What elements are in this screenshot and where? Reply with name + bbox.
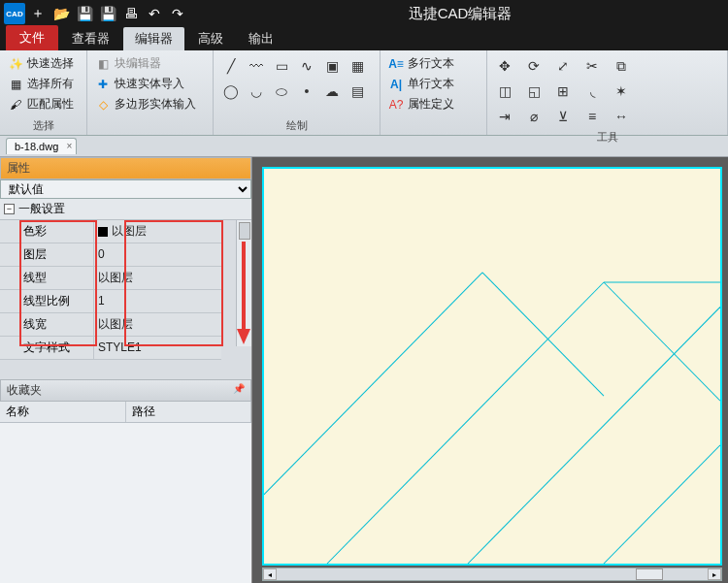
move-tool-icon[interactable]: ✥ <box>493 54 516 78</box>
scale-tool-icon[interactable]: ⤢ <box>551 54 575 78</box>
properties-section-header[interactable]: − 一般设置 <box>0 199 251 220</box>
properties-panel-title: 属性 <box>0 157 251 179</box>
polyline-tool-icon[interactable]: 〰 <box>245 54 268 78</box>
line-tool-icon[interactable]: ╱ <box>219 54 243 78</box>
extend-tool-icon[interactable]: ⇥ <box>493 105 516 128</box>
ribbon: ✨快速选择 ▦选择所有 🖌匹配属性 选择 ◧块编辑器 ✚快速实体导入 ◇多边形实… <box>0 50 728 136</box>
tab-advanced[interactable]: 高级 <box>186 27 235 50</box>
prop-val-lineweight[interactable]: 以图层 <box>93 313 221 337</box>
table-tool-icon[interactable]: ▤ <box>346 80 369 103</box>
scroll-right-icon[interactable]: ▸ <box>708 568 721 580</box>
prop-key-textstyle: 文字样式 <box>0 337 93 360</box>
red-arrow-annotation <box>237 242 250 344</box>
document-tab-label: b-18.dwg <box>15 141 58 152</box>
attr-icon: A? <box>388 97 404 113</box>
favorites-col-name[interactable]: 名称 <box>0 402 126 422</box>
prop-val-layer[interactable]: 0 <box>93 243 221 267</box>
polygon-entity-input-button[interactable]: ◇多边形实体输入 <box>93 95 207 113</box>
block-editor-button: ◧块编辑器 <box>93 54 207 73</box>
undo-icon[interactable]: ↶ <box>144 3 165 24</box>
region-tool-icon[interactable]: ▣ <box>320 54 344 78</box>
collapse-icon[interactable]: − <box>4 204 15 214</box>
attribute-def-button[interactable]: A?属性定义 <box>386 95 480 113</box>
spline-tool-icon[interactable]: ∿ <box>295 54 318 78</box>
prop-val-linetype[interactable]: 以图层 <box>93 267 221 290</box>
point-tool-icon[interactable]: • <box>295 80 318 103</box>
group-label-draw: 绘制 <box>219 116 374 133</box>
new-file-icon[interactable]: ＋ <box>27 3 49 24</box>
close-tab-icon[interactable]: × <box>66 141 72 151</box>
single-line-text-button[interactable]: A|单行文本 <box>386 75 480 93</box>
quick-select-button[interactable]: ✨快速选择 <box>6 54 81 73</box>
properties-panel: 属性 默认值 − 一般设置 色彩以图层 图层0 线型以图层 线型比例1 线宽以图… <box>0 157 252 583</box>
svg-line-1 <box>327 282 604 564</box>
tab-editor[interactable]: 编辑器 <box>123 27 184 50</box>
tab-viewer[interactable]: 查看器 <box>60 27 121 50</box>
canvas-area: ◂ ▸ <box>252 157 728 583</box>
rectangle-tool-icon[interactable]: ▭ <box>270 54 293 78</box>
drawing-canvas[interactable] <box>262 167 722 566</box>
group-label-insert <box>93 119 207 133</box>
hscroll-thumb[interactable] <box>636 568 663 580</box>
circle-tool-icon[interactable]: ◯ <box>219 80 243 103</box>
array-tool-icon[interactable]: ⊞ <box>551 80 575 103</box>
prop-val-ltscale[interactable]: 1 <box>93 290 221 313</box>
tab-file[interactable]: 文件 <box>6 25 58 50</box>
ribbon-group-draw: ╱ 〰 ▭ ∿ ▣ ▦ ◯ ◡ ⬭ • ☁ ▤ 绘制 <box>214 50 381 135</box>
document-tab[interactable]: b-18.dwg × <box>6 138 77 154</box>
scroll-thumb[interactable] <box>239 222 250 240</box>
properties-default-select[interactable]: 默认值 <box>0 179 251 199</box>
main-area: 属性 默认值 − 一般设置 色彩以图层 图层0 线型以图层 线型比例1 线宽以图… <box>0 157 728 583</box>
redo-icon[interactable]: ↷ <box>167 3 188 24</box>
match-properties-button[interactable]: 🖌匹配属性 <box>6 95 81 113</box>
tab-output[interactable]: 输出 <box>237 27 285 50</box>
offset-tool-icon[interactable]: ◱ <box>522 80 546 103</box>
quick-access-toolbar: CAD ＋ 📂 💾 💾 🖶 ↶ ↷ <box>0 1 192 26</box>
break-tool-icon[interactable]: ⌀ <box>522 105 546 128</box>
pin-icon[interactable]: 📌 <box>233 383 245 394</box>
copy-tool-icon[interactable]: ⧉ <box>610 54 633 78</box>
quick-entity-import-button[interactable]: ✚快速实体导入 <box>93 75 207 93</box>
hatch-tool-icon[interactable]: ▦ <box>346 54 369 78</box>
stretch-tool-icon[interactable]: ↔ <box>610 105 633 128</box>
rotate-tool-icon[interactable]: ⟳ <box>522 54 546 78</box>
horizontal-scrollbar[interactable]: ◂ ▸ <box>262 567 722 581</box>
ribbon-group-select: ✨快速选择 ▦选择所有 🖌匹配属性 选择 <box>0 50 87 135</box>
trim-tool-icon[interactable]: ✂ <box>580 54 604 78</box>
save-as-icon[interactable]: 💾 <box>97 3 118 24</box>
explode-tool-icon[interactable]: ✶ <box>610 80 633 103</box>
app-title: 迅捷CAD编辑器 <box>192 5 728 23</box>
favorites-columns: 名称 路径 <box>0 402 251 423</box>
favorites-panel: 收藏夹 📌 名称 路径 <box>0 379 251 583</box>
select-all-button[interactable]: ▦选择所有 <box>6 75 81 93</box>
prop-key-linetype: 线型 <box>0 267 93 290</box>
wand-icon: ✨ <box>8 56 23 72</box>
prop-val-textstyle[interactable]: STYLE1 <box>93 337 221 360</box>
properties-section: − 一般设置 色彩以图层 图层0 线型以图层 线型比例1 线宽以图层 文字样式S… <box>0 199 251 360</box>
print-icon[interactable]: 🖶 <box>120 3 142 24</box>
favorites-col-path[interactable]: 路径 <box>126 402 252 422</box>
cloud-tool-icon[interactable]: ☁ <box>320 80 344 103</box>
open-file-icon[interactable]: 📂 <box>50 3 72 24</box>
scroll-left-icon[interactable]: ◂ <box>263 568 277 580</box>
prop-val-color[interactable]: 以图层 <box>93 220 221 243</box>
import-icon: ✚ <box>95 77 111 92</box>
arc-tool-icon[interactable]: ◡ <box>245 80 268 103</box>
align-tool-icon[interactable]: ≡ <box>580 105 604 128</box>
fillet-tool-icon[interactable]: ◟ <box>580 80 604 103</box>
multiline-text-button[interactable]: A≡多行文本 <box>386 54 480 73</box>
ellipse-tool-icon[interactable]: ⬭ <box>270 80 293 103</box>
mtext-icon: A≡ <box>388 56 404 72</box>
mirror-tool-icon[interactable]: ◫ <box>493 80 516 103</box>
color-swatch <box>98 227 108 237</box>
prop-key-color: 色彩 <box>0 220 93 243</box>
ribbon-group-text: A≡多行文本 A|单行文本 A?属性定义 <box>381 50 487 135</box>
favorites-body <box>0 423 251 583</box>
svg-line-4 <box>482 273 604 396</box>
group-label-select: 选择 <box>6 116 81 133</box>
save-icon[interactable]: 💾 <box>74 3 95 24</box>
app-logo-icon: CAD <box>4 3 25 24</box>
svg-line-3 <box>604 445 720 564</box>
join-tool-icon[interactable]: ⊻ <box>551 105 575 128</box>
properties-grid: 色彩以图层 图层0 线型以图层 线型比例1 线宽以图层 文字样式STYLE1 <box>0 220 221 360</box>
